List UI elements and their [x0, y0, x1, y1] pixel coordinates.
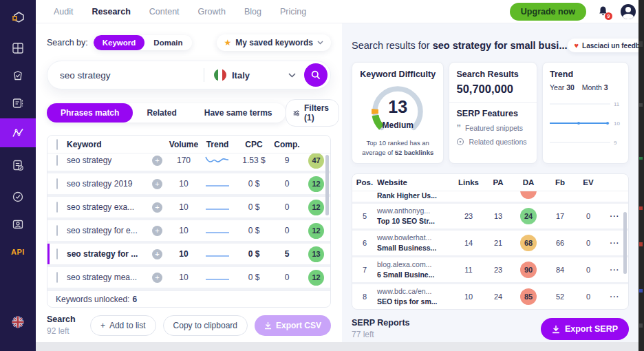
my-saved-keywords-dropdown[interactable]: ★ My saved keywords: [217, 34, 332, 51]
col-keyword: Keyword: [67, 140, 152, 149]
col-website: Website: [377, 178, 453, 187]
logo-icon[interactable]: [0, 6, 36, 30]
table-row-selected[interactable]: seo strategy for ... 10 0 $ 5 13: [47, 244, 330, 264]
table-row[interactable]: 7 blog.alexa.com...6 Small Busine... 11 …: [352, 257, 628, 282]
sidebar-item-projects[interactable]: [0, 91, 36, 116]
tab-phrases-match[interactable]: Phrases match: [47, 103, 133, 123]
export-csv-button[interactable]: Export CSV: [255, 315, 331, 336]
nav-growth[interactable]: Growth: [198, 7, 226, 17]
table-row[interactable]: 6 www.bowlerhat...Small Business... 14 2…: [352, 231, 628, 255]
difficulty-note: Top 10 ranked has an average of 52 backl…: [359, 138, 436, 158]
upgrade-now-button[interactable]: Upgrade now: [510, 3, 586, 21]
search-by-domain[interactable]: Domain: [144, 35, 191, 50]
table-scrollbar[interactable]: [623, 212, 627, 274]
nav-blog[interactable]: Blog: [244, 7, 261, 17]
flat-trend-icon: [205, 201, 230, 212]
kd-badge: 47: [308, 153, 324, 169]
keywords-unlocked-bar: Keywords unlocked:6: [47, 290, 330, 307]
table-row[interactable]: 8 www.bdc.ca/en...SEO tips for sm... 10 …: [352, 284, 628, 309]
tab-related[interactable]: Related: [133, 103, 190, 123]
serp-results-panel: Search results for seo strategy for smal…: [342, 23, 638, 351]
sidebar-item-profile[interactable]: [0, 212, 36, 237]
plus-circle-icon[interactable]: [152, 273, 162, 283]
nav-research[interactable]: Research: [92, 7, 131, 17]
row-checkbox[interactable]: [56, 178, 58, 189]
table-row[interactable]: seo strategy exa... 10 0 $ 0 12: [47, 197, 330, 217]
serp-table-rows: Rank Higher Us... 5 www.anthonyg...Top 1…: [352, 191, 628, 309]
plus-circle-icon[interactable]: [152, 156, 162, 166]
keyword-table: Keyword Volume Trend CPC Comp. seo strat…: [47, 135, 331, 308]
tab-have-same-terms[interactable]: Have same terms: [191, 103, 286, 123]
plus-circle-icon[interactable]: [152, 249, 162, 259]
table-row-partial[interactable]: Rank Higher Us...: [352, 191, 628, 202]
plus-circle-icon[interactable]: [152, 226, 162, 236]
sidebar-item-dashboard[interactable]: [0, 36, 36, 61]
keyword-table-rows: seo strategy 170 1.53 $ 9 47 seo strateg…: [47, 153, 330, 290]
table-row[interactable]: seo strategy mea... 10 0 $ 0 12: [47, 267, 330, 288]
search-results-count: 50,700,000: [456, 83, 530, 96]
table-scrollbar[interactable]: [325, 155, 329, 215]
row-checkbox[interactable]: [56, 202, 58, 213]
search-by-keyword[interactable]: Keyword: [94, 35, 145, 50]
sidebar-item-rank-tracking[interactable]: [0, 184, 36, 209]
notification-count-badge: 9: [605, 12, 612, 20]
filters-sliders-icon: [293, 109, 300, 118]
search-input[interactable]: [60, 70, 204, 81]
research-zigzag-icon: [11, 127, 25, 139]
sidebar-item-content[interactable]: [0, 153, 36, 178]
row-checkbox[interactable]: [56, 155, 58, 166]
feature-featured-snippets: ” Featured snippets: [456, 124, 530, 132]
difficulty-gauge: 13 Medium: [362, 82, 433, 134]
sidebar-item-api[interactable]: API: [0, 240, 36, 264]
main-nav: Audit Research Content Growth Blog Prici…: [36, 7, 306, 17]
window-bottom-edge: [36, 342, 638, 351]
serp-reports-credits: SERP Reports 77 left: [352, 318, 410, 340]
flat-trend-icon: [205, 178, 230, 189]
plus-circle-icon[interactable]: [152, 202, 162, 213]
notifications-button[interactable]: 9: [597, 6, 610, 18]
kd-badge: 12: [308, 200, 324, 215]
row-checkbox[interactable]: [56, 248, 58, 259]
export-serp-button[interactable]: Export SERP: [541, 318, 629, 340]
app-screen: API Audit Research Content Growth Blog: [0, 0, 644, 351]
filters-button[interactable]: Filters (1): [286, 99, 339, 127]
row-checkbox[interactable]: [56, 225, 58, 236]
chevron-down-icon: [288, 73, 296, 78]
col-cpc: CPC: [236, 140, 272, 149]
serp-table-header: Pos. Website Links PA DA Fb EV: [352, 174, 628, 191]
keyword-table-header: Keyword Volume Trend CPC Comp.: [47, 136, 330, 153]
add-to-list-button[interactable]: + Add to list: [90, 315, 156, 336]
table-row[interactable]: seo strategy 2019 10 0 $ 0 12: [47, 173, 330, 194]
table-row[interactable]: seo strategy for e... 10 0 $ 0 12: [47, 220, 330, 241]
col-da: DA: [512, 178, 545, 187]
plus-circle-icon[interactable]: [152, 179, 162, 189]
col-pos: Pos.: [352, 178, 377, 187]
search-results-card: Search Results 50,700,000 SERP Features …: [449, 62, 537, 164]
kd-badge: 12: [308, 176, 324, 192]
table-row[interactable]: 5 www.anthonyg...Top 10 SEO Str... 23 13…: [352, 204, 628, 228]
select-all-checkbox[interactable]: [56, 139, 58, 150]
trend-card: Trend Year 30 Month 3 11 10: [542, 62, 629, 164]
row-checkbox[interactable]: [56, 272, 58, 283]
table-row[interactable]: seo strategy 170 1.53 $ 9 47: [47, 153, 330, 171]
search-button[interactable]: [304, 63, 328, 87]
plus-icon: +: [100, 321, 105, 330]
svg-text:11: 11: [614, 101, 620, 107]
row-menu-dots-icon[interactable]: [601, 292, 628, 301]
heart-icon: ♥: [575, 41, 579, 50]
copy-to-clipboard-button[interactable]: Copy to clipboard: [163, 315, 248, 336]
avatar[interactable]: [621, 4, 636, 19]
language-flag-button[interactable]: [0, 310, 36, 334]
country-selector[interactable]: Italy: [214, 69, 296, 81]
feedback-button[interactable]: ♥ Lasciaci un feedback: [568, 39, 644, 52]
star-icon: ★: [224, 38, 232, 47]
da-badge: 24: [520, 208, 537, 224]
nav-audit[interactable]: Audit: [54, 7, 74, 17]
sidebar-item-research-active[interactable]: [0, 118, 36, 147]
flat-trend-icon: [205, 224, 230, 235]
nav-content[interactable]: Content: [149, 7, 180, 17]
nav-pricing[interactable]: Pricing: [280, 7, 306, 17]
related-questions-icon: [456, 138, 464, 146]
sidebar-item-audit[interactable]: [0, 63, 36, 88]
topbar: Audit Research Content Growth Blog Prici…: [36, 0, 644, 23]
